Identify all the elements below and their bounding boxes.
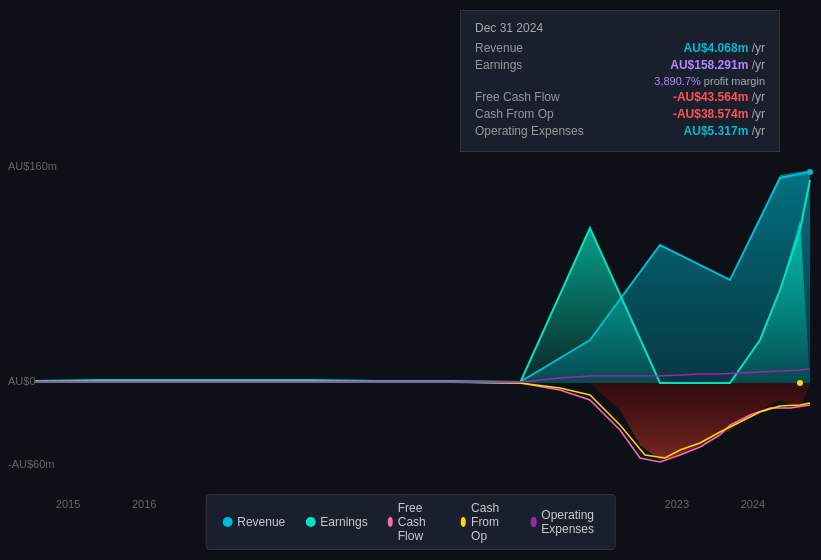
legend-dot-earnings [305,517,315,527]
legend-opex[interactable]: Operating Expenses [531,508,599,536]
tooltip-cashfromop-row: Cash From Op -AU$38.574m /yr [475,107,765,121]
svg-point-9 [797,380,803,386]
tooltip-earnings-label: Earnings [475,58,522,72]
legend-cashfromop[interactable]: Cash From Op [461,501,511,543]
tooltip-cashfromop-label: Cash From Op [475,107,554,121]
tooltip-fcf-label: Free Cash Flow [475,90,560,104]
legend-revenue[interactable]: Revenue [222,515,285,529]
legend-dot-cashfromop [461,517,466,527]
tooltip-margin-value: 3,890.7% profit margin [654,75,765,87]
tooltip-revenue-value: AU$4.068m /yr [684,41,765,55]
y-label-mid: AU$0 [8,375,36,387]
tooltip-opex-row: Operating Expenses AU$5.317m /yr [475,124,765,138]
legend-earnings[interactable]: Earnings [305,515,367,529]
tooltip-fcf-row: Free Cash Flow -AU$43.564m /yr [475,90,765,104]
legend-fcf[interactable]: Free Cash Flow [388,501,441,543]
tooltip-opex-value: AU$5.317m /yr [684,124,765,138]
tooltip-cashfromop-value: -AU$38.574m /yr [673,107,765,121]
x-tick-2016: 2016 [132,498,156,510]
tooltip-revenue-row: Revenue AU$4.068m /yr [475,41,765,55]
legend-label-revenue: Revenue [237,515,285,529]
x-tick-2024: 2024 [741,498,765,510]
legend: Revenue Earnings Free Cash Flow Cash Fro… [205,494,616,550]
x-tick-2023: 2023 [665,498,689,510]
tooltip-revenue-label: Revenue [475,41,523,55]
svg-point-10 [807,169,813,175]
tooltip-margin-row: 3,890.7% profit margin [475,75,765,87]
legend-label-earnings: Earnings [320,515,367,529]
y-label-top: AU$160m [8,160,57,172]
legend-label-fcf: Free Cash Flow [398,501,441,543]
legend-label-opex: Operating Expenses [541,508,598,536]
legend-dot-fcf [388,517,393,527]
tooltip-fcf-value: -AU$43.564m /yr [673,90,765,104]
tooltip-earnings-row: Earnings AU$158.291m /yr [475,58,765,72]
tooltip-earnings-value: AU$158.291m /yr [670,58,765,72]
legend-dot-revenue [222,517,232,527]
chart-container: AU$160m AU$0 -AU$60m 2015 2016 2017 2018… [0,0,821,560]
x-tick-2015: 2015 [56,498,80,510]
tooltip-box: Dec 31 2024 Revenue AU$4.068m /yr Earnin… [460,10,780,152]
tooltip-date: Dec 31 2024 [475,21,765,35]
tooltip-opex-label: Operating Expenses [475,124,584,138]
y-label-bot: -AU$60m [8,458,54,470]
legend-dot-opex [531,517,536,527]
legend-label-cashfromop: Cash From Op [471,501,511,543]
